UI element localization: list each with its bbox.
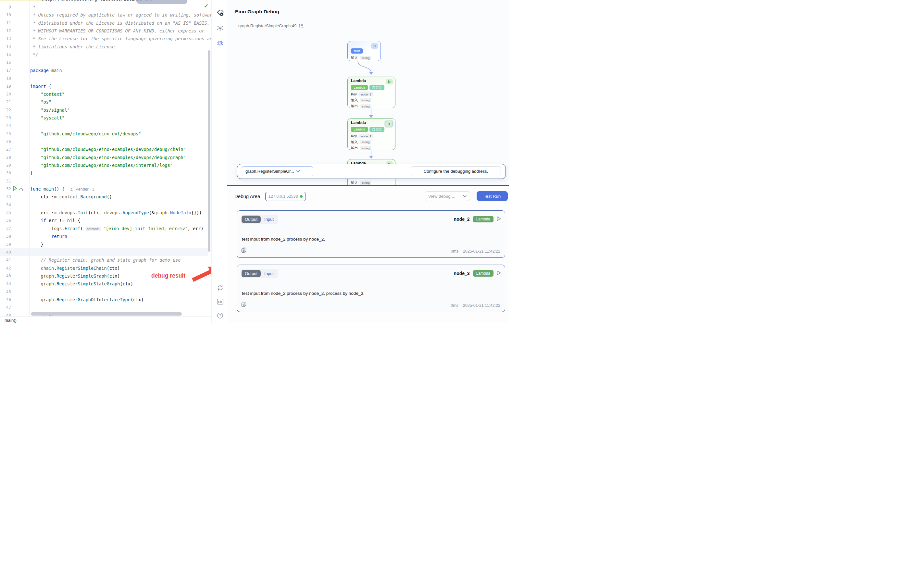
node-io-row: 输入string: [351, 139, 373, 145]
line-number: 29: [0, 162, 11, 169]
line-number: 36: [0, 216, 11, 224]
node-type-badge: Lambda: [473, 270, 493, 277]
node-name: node_3: [454, 271, 470, 276]
node-type-badge: Lambda: [473, 216, 493, 223]
code-line: logs.Errorf( format: "[eino dev] init fa…: [30, 225, 204, 232]
code-line: if err != nil {: [30, 216, 80, 224]
line-number: 16: [0, 58, 11, 66]
editor-horizontal-scrollbar[interactable]: [31, 312, 182, 316]
eino-graph-debug-panel: Eino Graph Debug graph.RegisterSimpleGra…: [227, 0, 509, 323]
code-line: return: [30, 232, 67, 240]
author-icon: [70, 186, 73, 193]
refresh-icon[interactable]: [216, 284, 224, 292]
annotation-arrow-icon: [191, 259, 211, 285]
graph-toolbar: graph.RegisterSimpleGr... Configure the …: [237, 164, 506, 179]
code-line: "syscall": [30, 114, 64, 122]
start-badge: start: [351, 48, 363, 54]
node-title: Lambda: [351, 120, 366, 125]
graph-nodes-icon[interactable]: [216, 24, 224, 32]
code-line: * WITHOUT WARRANTIES OR CONDITIONS OF AN…: [30, 27, 204, 35]
debug-area-section: Debug Area 127.0.0.1:52538 View debug ..…: [227, 185, 509, 323]
view-debug-dropdown[interactable]: View debug ...: [425, 191, 470, 201]
line-number: 44: [0, 280, 11, 288]
code-line: graph.RegisterGraphOfInterfaceType(ctx): [30, 296, 144, 303]
debug-output-text: test input from node_2 process by node_2…: [242, 237, 325, 242]
line-number: 18: [0, 74, 11, 82]
line-number: 23: [0, 114, 11, 122]
code-line: *: [30, 3, 35, 11]
line-number: 41: [0, 256, 11, 264]
copy-icon[interactable]: [241, 247, 246, 254]
tab-output[interactable]: Output: [241, 216, 261, 223]
tool-strip: En ?: [211, 0, 228, 323]
language-en-icon[interactable]: En: [216, 298, 224, 305]
test-run-button[interactable]: Test Run: [477, 191, 508, 201]
help-icon[interactable]: ?: [216, 312, 224, 320]
app-window: 9101112131415161718192021222324252627282…: [0, 0, 509, 323]
run-node-icon[interactable]: [385, 121, 393, 127]
tab-input[interactable]: Input: [261, 270, 277, 277]
breadcrumb[interactable]: main(): [5, 318, 16, 323]
current-line-highlight: [0, 248, 208, 256]
tab-input[interactable]: Input: [261, 216, 277, 223]
code-line: * See the License for the specific langu…: [30, 35, 211, 43]
svg-text:En: En: [218, 300, 222, 303]
code-line: */: [30, 51, 38, 58]
graph-location[interactable]: graph.RegisterSimpleGraph:49: [238, 23, 303, 28]
line-number: 15: [0, 51, 11, 58]
svg-text:?: ?: [219, 313, 221, 318]
line-number: 45: [0, 288, 11, 296]
line-number: 37: [0, 225, 11, 232]
line-number: 12: [0, 27, 11, 35]
run-node-icon[interactable]: [371, 43, 378, 49]
line-number: 22: [0, 106, 11, 114]
play-icon[interactable]: [497, 270, 501, 277]
scrollbar-pill[interactable]: [136, 0, 187, 4]
debug-address-chip[interactable]: 127.0.0.1:52538: [265, 192, 306, 201]
graph-selector-dropdown[interactable]: graph.RegisterSimpleGr...: [242, 166, 313, 176]
code-line: * distributed under the License is distr…: [30, 19, 210, 27]
sort-hierarchy-icon[interactable]: [299, 23, 303, 28]
output-input-tabs: OutputInput: [241, 214, 278, 224]
code-line: package main: [30, 66, 62, 74]
tab-output[interactable]: Output: [241, 270, 261, 277]
code-line: graph.RegisterSimpleStateGraph(ctx): [30, 280, 133, 288]
chevron-down-icon: [463, 195, 467, 198]
inspection-check-icon[interactable]: ✓: [204, 3, 208, 10]
play-icon[interactable]: [497, 216, 501, 223]
graph-node-node_2[interactable]: LambdaLambda自定义Keynode_2输入string输出string: [347, 119, 396, 150]
code-line: "github.com/cloudwego/eino-ext/devops": [30, 130, 141, 138]
debug-bug-icon[interactable]: [216, 39, 224, 47]
line-number: 31: [0, 177, 11, 185]
configure-address-button[interactable]: Configure the debugging address.: [411, 166, 501, 176]
code-editor[interactable]: 9101112131415161718192021222324252627282…: [0, 0, 211, 323]
line-number: 38: [0, 232, 11, 240]
coverage-icon[interactable]: [19, 187, 24, 193]
line-number: 9: [0, 3, 11, 11]
debug-meta: 0ms2025-01-21 11:42:22: [450, 249, 500, 254]
run-node-icon[interactable]: [386, 79, 393, 84]
chevron-down-icon: [296, 170, 300, 172]
node-name: node_2: [454, 216, 470, 222]
code-line: err := devops.Init(ctx, devops.AppendTyp…: [30, 209, 201, 216]
graph-selector-value: graph.RegisterSimpleGr...: [246, 169, 294, 174]
line-number: 14: [0, 43, 11, 51]
code-line: import (: [30, 82, 51, 90]
code-line: "github.com/cloudwego/eino-examples/devo…: [30, 145, 186, 153]
line-number: 32: [0, 185, 11, 193]
duration: 0ms: [450, 249, 459, 254]
duration: 0ms: [450, 303, 459, 308]
graph-node-node_1[interactable]: LambdaLambda自定义Keynode_1输入string输出string: [347, 77, 396, 108]
node-io-row: Keynode_1: [351, 91, 373, 97]
debug-address: 127.0.0.1:52538: [269, 194, 298, 199]
editor-vertical-scrollbar[interactable]: [208, 50, 210, 252]
code-line: }: [30, 241, 43, 248]
code-line: "os": [30, 98, 51, 106]
code-line: "context": [30, 90, 64, 98]
graph-node-start[interactable]: start 输入string: [347, 41, 381, 61]
node-badges: Lambda自定义: [351, 127, 384, 132]
run-main-icon[interactable]: [13, 186, 17, 192]
output-input-tabs: OutputInput: [241, 269, 278, 278]
copy-icon[interactable]: [241, 302, 246, 308]
timestamp: 2025-01-21 11:42:22: [463, 303, 500, 308]
